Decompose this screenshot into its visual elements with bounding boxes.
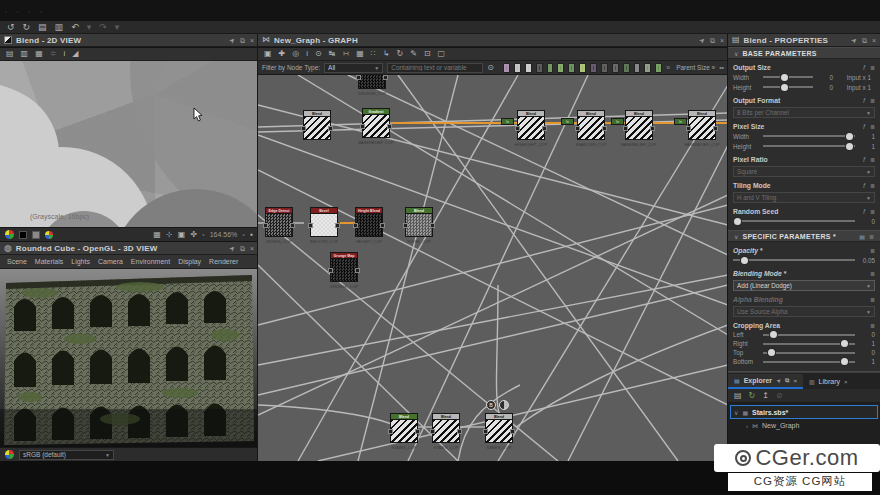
- tiling-icon[interactable]: ≑: [50, 50, 57, 58]
- view2d-header[interactable]: Blend - 2D VIEW ➤ ⧉ ×: [0, 34, 258, 47]
- crop-left-slider[interactable]: [763, 334, 855, 336]
- mini-node[interactable]: In: [611, 118, 624, 125]
- output-format-select[interactable]: 8 Bits per Channel▼: [733, 107, 875, 118]
- black-swatch-icon[interactable]: [19, 231, 27, 239]
- menu-icon[interactable]: ≣: [870, 97, 875, 104]
- filter-chip-blend[interactable]: [547, 63, 554, 73]
- close-icon[interactable]: ×: [720, 37, 724, 44]
- graph-header[interactable]: ⋈ New_Graph - GRAPH ➤ ⧉ ×: [258, 34, 728, 47]
- filter-chip-color[interactable]: [525, 63, 532, 73]
- pin-icon[interactable]: ➤: [697, 35, 706, 44]
- filter-chip-svg[interactable]: [514, 63, 521, 73]
- function-icon[interactable]: ƒ: [863, 156, 866, 163]
- chevron-down-icon[interactable]: ∨: [734, 409, 738, 416]
- menu-icon[interactable]: ≣: [869, 233, 874, 240]
- redo-dropdown-icon[interactable]: ▾: [115, 23, 120, 32]
- graph-node[interactable]: Blend BASERELIEF_COP: [625, 110, 653, 140]
- graph-canvas[interactable]: Blend GRUNGE_COP Blend Gradient BASERELI…: [258, 75, 728, 461]
- tiling-mode-select[interactable]: H and V Tiling▼: [733, 192, 875, 203]
- graph-node[interactable]: Blend HIGHLIGHT_COP: [517, 110, 545, 140]
- opacity-slider[interactable]: [733, 259, 855, 261]
- app-menu-icon[interactable]: ▫: [28, 9, 30, 15]
- node-align-icon[interactable]: ∺: [342, 50, 349, 58]
- undo-dropdown-icon[interactable]: ▾: [87, 23, 92, 32]
- crop-top-slider[interactable]: [763, 352, 855, 354]
- crop-right-slider[interactable]: [763, 343, 855, 345]
- blending-mode-select[interactable]: Add (Linear Dodge)▼: [733, 280, 875, 291]
- tree-item-graph[interactable]: › ⋈ New_Graph: [730, 419, 878, 432]
- filter-chip-3d[interactable]: [612, 63, 619, 73]
- lock-icon[interactable]: ▪: [250, 231, 253, 239]
- menu-camera[interactable]: Camera: [98, 258, 123, 265]
- colorspace-icon[interactable]: [45, 231, 53, 239]
- move-icon[interactable]: ✚: [279, 50, 286, 58]
- tab-library[interactable]: ▥ Library ×: [803, 374, 854, 389]
- pin-icon[interactable]: ➤: [227, 35, 236, 44]
- app-menu-icon[interactable]: ▫: [5, 9, 7, 15]
- node-type-select[interactable]: All▼: [324, 63, 383, 73]
- link-icon[interactable]: ⊘: [776, 392, 783, 400]
- filter-chip-particles[interactable]: [634, 63, 641, 73]
- app-menu-icon[interactable]: ▫: [40, 9, 42, 15]
- app-menu-icon[interactable]: ▫: [17, 9, 19, 15]
- menu-materials[interactable]: Materials: [35, 258, 63, 265]
- link-mode-icon[interactable]: ↹: [329, 50, 336, 58]
- filter-chip-bitmap[interactable]: [503, 63, 510, 73]
- zoom-level[interactable]: 164.56%: [210, 231, 238, 238]
- filter-chip-hsl[interactable]: [590, 63, 597, 73]
- graph-node[interactable]: Gradient BASERELIEF_COP: [362, 108, 390, 138]
- channels-icon[interactable]: [5, 230, 14, 239]
- graph-node[interactable]: Blend BASERELIEF_COP: [688, 110, 716, 140]
- menu-display[interactable]: Display: [178, 258, 201, 265]
- filter-chip-generator[interactable]: [655, 63, 662, 73]
- section-base-parameters[interactable]: ∨ BASE PARAMETERS: [728, 47, 880, 59]
- frame-icon[interactable]: ▢: [438, 50, 446, 58]
- float-icon[interactable]: ⧉: [240, 245, 245, 252]
- reload-icon[interactable]: ↻: [749, 392, 756, 400]
- colorspace-select[interactable]: sRGB (default)▼: [19, 450, 114, 460]
- menu-icon[interactable]: ≣: [870, 296, 875, 303]
- float-icon[interactable]: ⧉: [862, 37, 867, 44]
- menu-lights[interactable]: Lights: [71, 258, 90, 265]
- close-icon[interactable]: ×: [844, 379, 848, 385]
- copy-image-icon[interactable]: ▤: [6, 50, 14, 58]
- snapshot-icon[interactable]: ◎: [292, 50, 299, 58]
- graph-node[interactable]: Blend STAIRS_COP: [390, 413, 418, 443]
- graph-node[interactable]: Grunge Map GRUNGE_COP: [330, 252, 358, 282]
- save-all-icon[interactable]: ▥: [55, 23, 64, 32]
- open-file-icon[interactable]: ▤: [38, 23, 47, 32]
- menu-renderer[interactable]: Renderer: [209, 258, 238, 265]
- undo-icon[interactable]: ↶: [71, 23, 79, 32]
- graph-node[interactable]: Blend SHADOWS_COP: [577, 110, 605, 140]
- fit-view-icon[interactable]: ▣: [264, 50, 272, 58]
- menu-icon[interactable]: ≣: [870, 156, 875, 163]
- function-icon[interactable]: ƒ: [863, 64, 866, 71]
- preset-icon[interactable]: ▤: [859, 233, 865, 240]
- crop-bottom-slider[interactable]: [763, 361, 855, 363]
- graph-node[interactable]: Bevel SMOOTH_COP: [310, 207, 338, 237]
- badge-compare[interactable]: [499, 400, 509, 410]
- filter-chip-transform[interactable]: [536, 63, 543, 73]
- import-icon[interactable]: ↥: [762, 392, 769, 400]
- filter-chip-mesh[interactable]: [644, 63, 651, 73]
- graph-node[interactable]: Blend STAIRS_COP: [485, 413, 513, 443]
- redo-icon[interactable]: ↷: [99, 23, 107, 32]
- close-icon[interactable]: ×: [793, 378, 797, 384]
- session-forward-icon[interactable]: ↻: [23, 23, 31, 32]
- tab-explorer[interactable]: ▤ Explorer ➤ ⧉ ×: [728, 374, 803, 389]
- graph-node[interactable]: Blend: [303, 110, 331, 140]
- function-icon[interactable]: ƒ: [863, 97, 866, 104]
- info-icon[interactable]: i: [306, 50, 308, 58]
- function-icon[interactable]: ƒ: [863, 123, 866, 130]
- elbow-links-icon[interactable]: ↳: [383, 50, 390, 58]
- histogram-icon[interactable]: ◢: [72, 50, 78, 58]
- filter-chip-levels[interactable]: [557, 63, 564, 73]
- pin-icon[interactable]: ➤: [227, 243, 236, 252]
- tree-item-package[interactable]: ∨ ▦ Stairs.sbs*: [730, 405, 878, 419]
- pan-icon[interactable]: ✜: [190, 231, 197, 239]
- filter-chip-curve[interactable]: [579, 63, 586, 73]
- menu-icon[interactable]: ≣: [870, 123, 875, 130]
- random-seed-slider[interactable]: [733, 220, 855, 222]
- close-icon[interactable]: ×: [872, 37, 876, 44]
- graph-node[interactable]: Blend GRUNGE_COP: [358, 75, 386, 89]
